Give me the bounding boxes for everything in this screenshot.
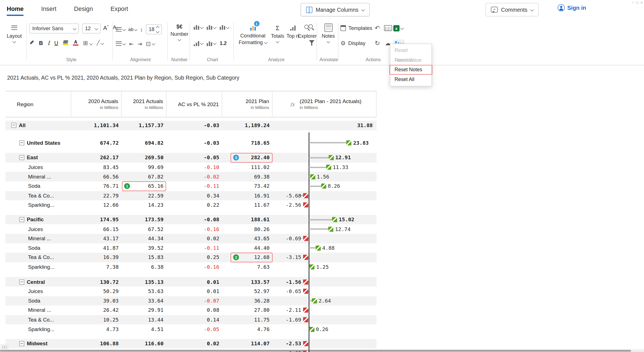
cell-c-plan[interactable]: 80.26	[222, 224, 273, 234]
cell-c-2021[interactable]: 33.64	[122, 296, 167, 306]
cell-c-plan[interactable]: 16.91	[222, 191, 273, 200]
cell-c-plan[interactable]: 111.02	[222, 163, 273, 172]
cell-c-2020[interactable]: 12.66	[71, 200, 122, 210]
indent-increase-button[interactable]: ⇥	[138, 41, 142, 47]
cell-c-2020[interactable]: 10.25	[71, 315, 122, 325]
display-button[interactable]: ⚙ Display	[340, 40, 372, 46]
cell-c-2021[interactable]: 4.51	[122, 324, 167, 334]
cell-c-2021[interactable]: 694.82	[122, 138, 167, 148]
chart-compare-button[interactable]	[207, 24, 216, 30]
cell-c-2021[interactable]: 135.13	[122, 277, 167, 287]
table-row[interactable]: Tea & Co...16.3915.830.2512.682-3.15	[6, 253, 377, 262]
table-row[interactable]: Midwest106.88116.600.02114.07-2.53	[6, 339, 377, 348]
cell-c-acpl[interactable]: 0.01	[167, 277, 222, 287]
cell-c-2020[interactable]: 4.73	[71, 324, 122, 334]
menu-item-reset-all[interactable]: Reset All	[390, 75, 432, 84]
table-row[interactable]: All1,101.341,157.37-0.031,189.2431.88	[6, 121, 377, 130]
cell-c-plan[interactable]: 69.38	[222, 172, 273, 182]
menu-tab-design[interactable]: Design	[74, 6, 93, 12]
cell-c-2020[interactable]: 106.88	[71, 339, 122, 348]
row-label-cell[interactable]: United States	[6, 138, 72, 148]
cell-c-plan[interactable]: 282.403	[222, 153, 273, 163]
row-label-cell[interactable]: East	[6, 153, 72, 163]
decimal-places-button[interactable]: 1.2	[220, 40, 227, 46]
header-ac-vs-pl[interactable]: AC vs PL % 2021	[167, 91, 222, 117]
cell-c-2021[interactable]: 53.63	[122, 287, 167, 296]
vertical-align-button[interactable]	[116, 41, 126, 46]
font-size-select[interactable]: 12	[82, 23, 101, 34]
underline-button[interactable]: U	[54, 40, 58, 46]
row-label-cell[interactable]: Mineral ...	[6, 172, 72, 182]
menu-item-reset-notes[interactable]: Reset Notes	[390, 65, 432, 75]
strikethrough-button[interactable]: ╱	[97, 40, 104, 46]
cell-c-2021[interactable]: 67.82	[122, 172, 167, 182]
variance-cell[interactable]: -2.53	[273, 339, 377, 348]
sparkline-button[interactable]	[194, 41, 203, 46]
sign-in-button[interactable]: Sign in	[558, 4, 586, 11]
menu-tab-insert[interactable]: Insert	[41, 6, 56, 12]
row-label-cell[interactable]: Juices	[6, 163, 72, 172]
cell-c-acpl[interactable]: 0.34	[167, 191, 222, 200]
cell-c-2020[interactable]: 66.56	[71, 172, 122, 182]
table-row[interactable]: Sparkling...12.6614.230.2211.67-2.56	[6, 200, 377, 210]
table-row[interactable]: Tea & Co...10.2513.440.1411.75-1.69	[6, 315, 377, 325]
wrap-text-button[interactable]: ab	[128, 27, 137, 32]
comments-button[interactable]: + Comments	[486, 3, 539, 16]
cell-c-2020[interactable]: 76.71	[71, 181, 122, 191]
bold-button[interactable]: B	[39, 40, 43, 46]
cell-c-acpl[interactable]: -0.05	[167, 324, 222, 334]
templates-button[interactable]: Templates	[340, 25, 372, 31]
table-row[interactable]: Tea & Co...22.7922.590.3416.91-5.68	[6, 191, 377, 200]
header-variance[interactable]: fx (2021 Plan - 2021 Actuals) in Million…	[273, 91, 377, 117]
cell-c-plan[interactable]: 44.40	[222, 243, 273, 253]
cell-c-acpl[interactable]: -0.16	[167, 262, 222, 272]
table-row[interactable]: Soda41.8739.52-0.1144.404.88	[6, 243, 377, 253]
cell-c-acpl[interactable]: -0.05	[167, 153, 222, 163]
cell-c-acpl[interactable]: -0.11	[167, 243, 222, 253]
chart-options-button[interactable]	[220, 24, 229, 30]
table-row[interactable]: Juices83.4599.69-0.10111.0211.33	[6, 163, 377, 172]
row-label-cell[interactable]: Pacific	[6, 215, 72, 224]
cell-c-acpl[interactable]: -0.07	[167, 296, 222, 306]
cell-c-2020[interactable]: 66.15	[71, 224, 122, 234]
table-row[interactable]: Soda39.0333.64-0.0736.282.64	[6, 296, 377, 306]
note-badge[interactable]: 3	[233, 155, 239, 161]
cell-c-plan[interactable]: 11.67	[222, 200, 273, 210]
cell-c-2021[interactable]: 99.69	[122, 163, 167, 172]
table-row[interactable]: Mineral ...26.4229.910.0827.80-2.11	[6, 306, 377, 315]
variance-cell[interactable]: 4.88	[273, 243, 377, 253]
variance-cell[interactable]: -2.11	[273, 306, 377, 315]
row-label-cell[interactable]: Sparkling...	[6, 200, 72, 210]
ruler-icon[interactable]	[384, 25, 392, 31]
cell-c-plan[interactable]: 133.57	[222, 277, 273, 287]
cell-c-2020[interactable]: 22.79	[71, 191, 122, 200]
cell-c-plan[interactable]: 27.80	[222, 306, 273, 315]
cell-c-2021[interactable]: 116.60	[122, 339, 167, 348]
cell-c-2021[interactable]: 13.44	[122, 315, 167, 325]
close-icon[interactable]: ×	[641, 1, 643, 5]
row-height-stepper[interactable]: 18	[146, 24, 162, 34]
cell-c-acpl[interactable]: -0.10	[167, 163, 222, 172]
cell-c-2020[interactable]: 7.38	[71, 262, 122, 272]
step-down-icon[interactable]	[156, 29, 160, 33]
cell-c-plan[interactable]: 114.07	[222, 339, 273, 348]
row-label-cell[interactable]: Juices	[6, 287, 72, 296]
collapse-icon[interactable]	[19, 217, 24, 222]
variance-cell[interactable]: 12.74	[273, 224, 377, 234]
row-label-cell[interactable]: Soda	[6, 296, 72, 306]
cell-c-acpl[interactable]: 0.02	[167, 234, 222, 243]
cell-c-2021[interactable]: 173.59	[122, 215, 167, 224]
cell-c-2020[interactable]: 262.17	[71, 153, 122, 163]
cell-c-plan[interactable]: 718.65	[222, 138, 273, 148]
note-badge[interactable]: 1	[124, 183, 130, 189]
cell-c-2020[interactable]: 43.17	[71, 234, 122, 243]
cell-c-2021[interactable]: 65.161	[122, 181, 167, 191]
collapse-icon[interactable]	[19, 155, 24, 160]
cell-c-2020[interactable]: 130.72	[71, 277, 122, 287]
variance-cell[interactable]: -0.69	[273, 348, 377, 352]
row-label-cell[interactable]: Central	[6, 277, 72, 287]
step-up-icon[interactable]	[156, 26, 160, 29]
cell-c-2021[interactable]: 29.91	[122, 306, 167, 315]
horizontal-align-button[interactable]	[116, 27, 126, 32]
cell-c-2020[interactable]: 674.72	[71, 138, 122, 148]
